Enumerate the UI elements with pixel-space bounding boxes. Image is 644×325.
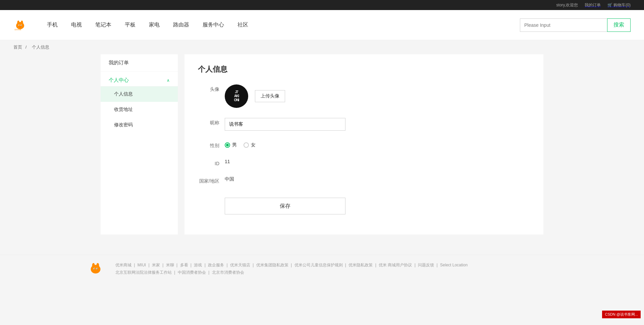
sidebar-section-personal[interactable]: 个人中心 ∧ (101, 72, 178, 86)
footer-link-miui[interactable]: MIUI (138, 263, 146, 267)
chevron-up-icon: ∧ (167, 78, 170, 83)
footer-links: 优米商城 | MIUI | 米家 | 米聊 | 多看 | 游戏 | 政企服务 |… (114, 262, 469, 276)
svg-text:优米商城: 优米商城 (14, 28, 21, 30)
gender-row: 性别 男 女 (198, 141, 530, 149)
nav-tablet[interactable]: 平板 (125, 21, 136, 28)
footer-link-feedback[interactable]: 问题反馈 (418, 263, 434, 267)
nav-mobile[interactable]: 手机 (47, 21, 58, 28)
svg-point-7 (19, 26, 21, 27)
svg-point-5 (19, 25, 19, 26)
nav-service[interactable]: 服务中心 (203, 21, 224, 28)
sidebar-item-change-password[interactable]: 修改密码 (101, 117, 178, 133)
nav-appliance[interactable]: 家电 (149, 21, 160, 28)
footer: 优米商城 | MIUI | 米家 | 米聊 | 多看 | 游戏 | 政企服务 |… (0, 255, 644, 283)
region-value: 中国 (225, 176, 530, 182)
gender-male-label[interactable]: 男 (225, 142, 237, 148)
topbar: story,欢迎您 我的订单 🛒 购物车(0) (0, 0, 644, 10)
region-text: 中国 (225, 175, 234, 182)
header: 优米商城 手机 电视 笔记本 平板 家电 路由器 服务中心 社区 搜索 (0, 10, 644, 40)
nickname-input[interactable] (225, 118, 345, 131)
svg-point-15 (97, 268, 97, 269)
footer-link-consumer[interactable]: 中国消费者协会 (178, 270, 206, 275)
footer-link-miliao[interactable]: 米聊 (166, 263, 174, 267)
avatar-label: 头像 (198, 84, 225, 92)
footer-link-children[interactable]: 优米公司儿童信息保护规则 (294, 263, 343, 267)
sidebar-item-address[interactable]: 收货地址 (101, 102, 178, 117)
sidebar: 我的订单 个人中心 ∧ 个人信息 收货地址 修改密码 (101, 54, 178, 235)
footer-link-agreement[interactable]: 优米 商城用户协议 (379, 263, 412, 267)
footer-logo (87, 262, 104, 275)
search-input[interactable] (520, 18, 607, 32)
gender-female-text: 女 (251, 142, 256, 148)
radio-dot (226, 144, 229, 146)
gender-label: 性别 (198, 141, 225, 149)
page-title: 个人信息 (198, 64, 530, 74)
footer-link-mijia[interactable]: 米家 (152, 263, 160, 267)
greeting: story,欢迎您 (556, 2, 578, 8)
id-label: ID (198, 159, 225, 166)
footer-link-enterprise[interactable]: 政企服务 (208, 263, 224, 267)
nav-laptop[interactable]: 笔记本 (95, 21, 111, 28)
nav-router[interactable]: 路由器 (173, 21, 189, 28)
search-area: 搜索 (520, 18, 631, 32)
svg-point-11 (96, 263, 99, 268)
svg-point-10 (92, 263, 95, 268)
content-area: 个人信息 头像 J7AKIONI 上传头像 昵称 性别 (184, 54, 543, 235)
save-row: 保存 (198, 194, 530, 214)
breadcrumb: 首页 / 个人信息 (0, 40, 644, 54)
svg-point-1 (17, 20, 19, 24)
gender-male-text: 男 (232, 142, 237, 148)
search-button[interactable]: 搜索 (607, 18, 631, 32)
nickname-label: 昵称 (198, 118, 225, 126)
footer-link-mall[interactable]: 优米商城 (115, 263, 131, 267)
nickname-row: 昵称 (198, 118, 530, 131)
gender-value: 男 女 (225, 141, 530, 148)
my-orders-link[interactable]: 我的订单 (585, 2, 601, 8)
id-value: 11 (225, 159, 530, 164)
footer-link-game[interactable]: 游戏 (194, 263, 202, 267)
main-layout: 我的订单 个人中心 ∧ 个人信息 收货地址 修改密码 个人信息 头像 J7AKI… (87, 54, 557, 248)
sidebar-personal-center-label: 个人中心 (109, 77, 129, 83)
svg-point-14 (94, 268, 95, 269)
region-row: 国家/地区 中国 (198, 176, 530, 184)
sidebar-item-orders[interactable]: 我的订单 (101, 54, 178, 72)
avatar-row: 头像 J7AKIONI 上传头像 (198, 84, 530, 108)
gender-female-label[interactable]: 女 (244, 142, 256, 148)
gender-male-radio[interactable] (225, 142, 230, 148)
sidebar-item-personal-info[interactable]: 个人信息 (101, 86, 178, 102)
breadcrumb-current: 个人信息 (32, 45, 49, 50)
avatar-initials: J7AKIONI (234, 90, 239, 102)
avatar: J7AKIONI (225, 84, 248, 108)
id-row: ID 11 (198, 159, 530, 166)
svg-point-2 (21, 20, 23, 24)
footer-link-duokan[interactable]: 多看 (180, 263, 188, 267)
region-label: 国家/地区 (198, 176, 225, 184)
logo[interactable]: 优米商城 (13, 19, 27, 31)
avatar-value: J7AKIONI 上传头像 (225, 84, 530, 108)
footer-link-tmall[interactable]: 优米天猫店 (230, 263, 250, 267)
breadcrumb-separator: / (25, 45, 27, 50)
nav-tv[interactable]: 电视 (71, 21, 82, 28)
cart-link[interactable]: 🛒 购物车(0) (607, 2, 631, 8)
nickname-value (225, 118, 530, 131)
footer-link-privacy2[interactable]: 优米隐私政策 (348, 263, 373, 267)
main-nav: 手机 电视 笔记本 平板 家电 路由器 服务中心 社区 (47, 21, 520, 28)
breadcrumb-home[interactable]: 首页 (13, 45, 22, 50)
footer-link-location[interactable]: Select Location (440, 263, 468, 267)
footer-link-court[interactable]: 北京互联网法院法律服务工作站 (115, 270, 172, 275)
gender-female-radio[interactable] (244, 142, 249, 148)
footer-link-beijing-consumer[interactable]: 北京市消费者协会 (212, 270, 244, 275)
id-number: 11 (225, 157, 230, 164)
upload-avatar-button[interactable]: 上传头像 (255, 90, 285, 102)
svg-point-6 (21, 25, 22, 26)
footer-link-privacy[interactable]: 优米集团隐私政策 (256, 263, 288, 267)
nav-community[interactable]: 社区 (237, 21, 248, 28)
save-button[interactable]: 保存 (225, 198, 345, 214)
